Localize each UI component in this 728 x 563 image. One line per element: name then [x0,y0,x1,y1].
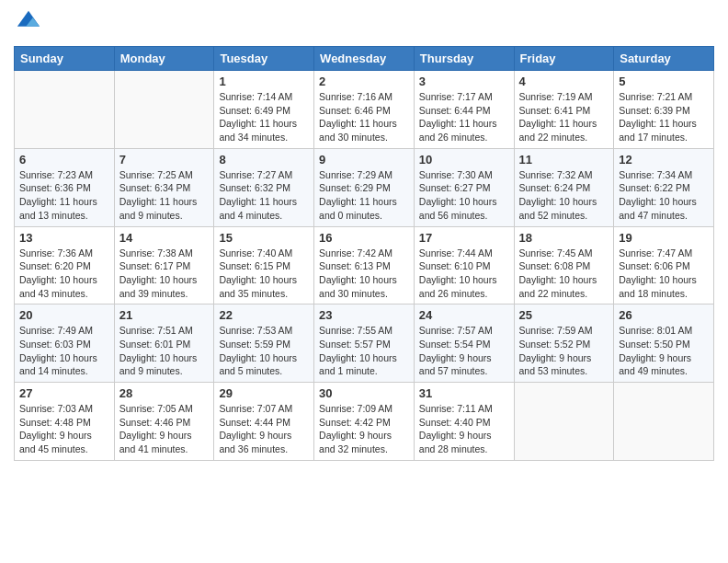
day-info: Sunrise: 7:19 AMSunset: 6:41 PMDaylight:… [519,90,609,144]
day-number: 27 [19,386,109,400]
weekday-header-wednesday: Wednesday [314,47,415,71]
day-info: Sunrise: 7:11 AMSunset: 4:40 PMDaylight:… [419,402,509,456]
day-info: Sunrise: 7:59 AMSunset: 5:52 PMDaylight:… [519,324,609,378]
day-info: Sunrise: 7:47 AMSunset: 6:06 PMDaylight:… [619,247,709,301]
calendar-cell: 17Sunrise: 7:44 AMSunset: 6:10 PMDayligh… [414,226,514,304]
day-info: Sunrise: 7:27 AMSunset: 6:32 PMDaylight:… [219,168,309,223]
day-info: Sunrise: 7:03 AMSunset: 4:48 PMDaylight:… [19,402,109,456]
calendar-cell: 6Sunrise: 7:23 AMSunset: 6:36 PMDaylight… [15,148,115,226]
day-info: Sunrise: 7:42 AMSunset: 6:13 PMDaylight:… [319,247,409,301]
week-row-3: 13Sunrise: 7:36 AMSunset: 6:20 PMDayligh… [15,226,714,304]
day-info: Sunrise: 7:21 AMSunset: 6:39 PMDaylight:… [619,90,709,144]
day-number: 25 [519,308,609,322]
day-number: 23 [319,308,409,322]
calendar-cell: 26Sunrise: 8:01 AMSunset: 5:50 PMDayligh… [614,304,714,383]
calendar-cell: 5Sunrise: 7:21 AMSunset: 6:39 PMDaylight… [614,71,714,149]
calendar-cell: 22Sunrise: 7:53 AMSunset: 5:59 PMDayligh… [214,304,314,383]
calendar-cell: 10Sunrise: 7:30 AMSunset: 6:27 PMDayligh… [414,148,514,226]
day-info: Sunrise: 7:17 AMSunset: 6:44 PMDaylight:… [419,90,509,144]
day-info: Sunrise: 7:32 AMSunset: 6:24 PMDaylight:… [519,168,609,223]
day-number: 12 [619,153,709,167]
calendar-cell: 23Sunrise: 7:55 AMSunset: 5:57 PMDayligh… [314,304,415,383]
day-info: Sunrise: 7:51 AMSunset: 6:01 PMDaylight:… [119,324,210,378]
calendar-cell [15,71,115,149]
day-number: 7 [119,153,210,167]
calendar-cell: 30Sunrise: 7:09 AMSunset: 4:42 PMDayligh… [314,383,415,461]
calendar-cell: 12Sunrise: 7:34 AMSunset: 6:22 PMDayligh… [614,148,714,226]
day-number: 30 [319,386,409,400]
day-info: Sunrise: 7:30 AMSunset: 6:27 PMDaylight:… [419,168,509,223]
day-number: 1 [219,75,309,88]
day-number: 16 [319,231,409,245]
day-info: Sunrise: 7:07 AMSunset: 4:44 PMDaylight:… [219,402,309,456]
calendar-cell: 8Sunrise: 7:27 AMSunset: 6:32 PMDaylight… [214,148,314,226]
calendar-cell: 19Sunrise: 7:47 AMSunset: 6:06 PMDayligh… [614,226,714,304]
weekday-header-thursday: Thursday [414,47,514,71]
weekday-header-saturday: Saturday [614,47,714,71]
day-number: 31 [419,386,509,400]
calendar-cell: 29Sunrise: 7:07 AMSunset: 4:44 PMDayligh… [214,383,314,461]
calendar-cell: 14Sunrise: 7:38 AMSunset: 6:17 PMDayligh… [114,226,214,304]
calendar-cell: 18Sunrise: 7:45 AMSunset: 6:08 PMDayligh… [514,226,614,304]
day-info: Sunrise: 7:05 AMSunset: 4:46 PMDaylight:… [119,402,210,456]
day-info: Sunrise: 7:44 AMSunset: 6:10 PMDaylight:… [419,247,509,301]
day-number: 10 [419,153,509,167]
weekday-header-friday: Friday [514,47,614,71]
day-info: Sunrise: 7:29 AMSunset: 6:29 PMDaylight:… [319,168,409,223]
day-info: Sunrise: 7:34 AMSunset: 6:22 PMDaylight:… [619,168,709,223]
day-number: 6 [19,153,109,167]
day-info: Sunrise: 8:01 AMSunset: 5:50 PMDaylight:… [619,324,709,378]
weekday-header-monday: Monday [114,47,214,71]
day-number: 14 [119,231,210,245]
weekday-header-row: SundayMondayTuesdayWednesdayThursdayFrid… [15,47,714,71]
week-row-1: 1Sunrise: 7:14 AMSunset: 6:49 PMDaylight… [15,71,714,149]
calendar-cell: 24Sunrise: 7:57 AMSunset: 5:54 PMDayligh… [414,304,514,383]
day-info: Sunrise: 7:23 AMSunset: 6:36 PMDaylight:… [19,168,109,223]
calendar-cell: 1Sunrise: 7:14 AMSunset: 6:49 PMDaylight… [214,71,314,149]
calendar-cell: 13Sunrise: 7:36 AMSunset: 6:20 PMDayligh… [15,226,115,304]
day-number: 9 [319,153,409,167]
day-info: Sunrise: 7:38 AMSunset: 6:17 PMDaylight:… [119,247,210,301]
day-info: Sunrise: 7:45 AMSunset: 6:08 PMDaylight:… [519,247,609,301]
day-number: 21 [119,308,210,322]
calendar-cell: 27Sunrise: 7:03 AMSunset: 4:48 PMDayligh… [15,383,115,461]
day-number: 26 [619,308,709,322]
logo [14,9,41,39]
calendar-cell: 25Sunrise: 7:59 AMSunset: 5:52 PMDayligh… [514,304,614,383]
day-number: 8 [219,153,309,167]
calendar-cell [614,383,714,461]
calendar-cell: 11Sunrise: 7:32 AMSunset: 6:24 PMDayligh… [514,148,614,226]
day-number: 18 [519,231,609,245]
day-number: 24 [419,308,509,322]
calendar-cell: 15Sunrise: 7:40 AMSunset: 6:15 PMDayligh… [214,226,314,304]
day-info: Sunrise: 7:55 AMSunset: 5:57 PMDaylight:… [319,324,409,378]
calendar-cell [114,71,214,149]
day-info: Sunrise: 7:40 AMSunset: 6:15 PMDaylight:… [219,247,309,301]
day-number: 15 [219,231,309,245]
calendar-cell: 4Sunrise: 7:19 AMSunset: 6:41 PMDaylight… [514,71,614,149]
day-number: 20 [19,308,109,322]
day-number: 19 [619,231,709,245]
day-info: Sunrise: 7:53 AMSunset: 5:59 PMDaylight:… [219,324,309,378]
calendar-cell: 31Sunrise: 7:11 AMSunset: 4:40 PMDayligh… [414,383,514,461]
day-info: Sunrise: 7:36 AMSunset: 6:20 PMDaylight:… [19,247,109,301]
weekday-header-sunday: Sunday [15,47,115,71]
calendar-cell: 16Sunrise: 7:42 AMSunset: 6:13 PMDayligh… [314,226,415,304]
day-number: 28 [119,386,210,400]
calendar-cell: 2Sunrise: 7:16 AMSunset: 6:46 PMDaylight… [314,71,415,149]
calendar-cell: 20Sunrise: 7:49 AMSunset: 6:03 PMDayligh… [15,304,115,383]
header [14,9,714,39]
day-info: Sunrise: 7:25 AMSunset: 6:34 PMDaylight:… [119,168,210,223]
calendar-cell: 3Sunrise: 7:17 AMSunset: 6:44 PMDaylight… [414,71,514,149]
calendar-cell [514,383,614,461]
calendar-cell: 21Sunrise: 7:51 AMSunset: 6:01 PMDayligh… [114,304,214,383]
calendar-cell: 7Sunrise: 7:25 AMSunset: 6:34 PMDaylight… [114,148,214,226]
page: SundayMondayTuesdayWednesdayThursdayFrid… [0,0,728,475]
day-number: 11 [519,153,609,167]
day-number: 22 [219,308,309,322]
day-number: 5 [619,75,709,88]
calendar-cell: 9Sunrise: 7:29 AMSunset: 6:29 PMDaylight… [314,148,415,226]
day-info: Sunrise: 7:14 AMSunset: 6:49 PMDaylight:… [219,90,309,144]
day-info: Sunrise: 7:09 AMSunset: 4:42 PMDaylight:… [319,402,409,456]
day-number: 13 [19,231,109,245]
